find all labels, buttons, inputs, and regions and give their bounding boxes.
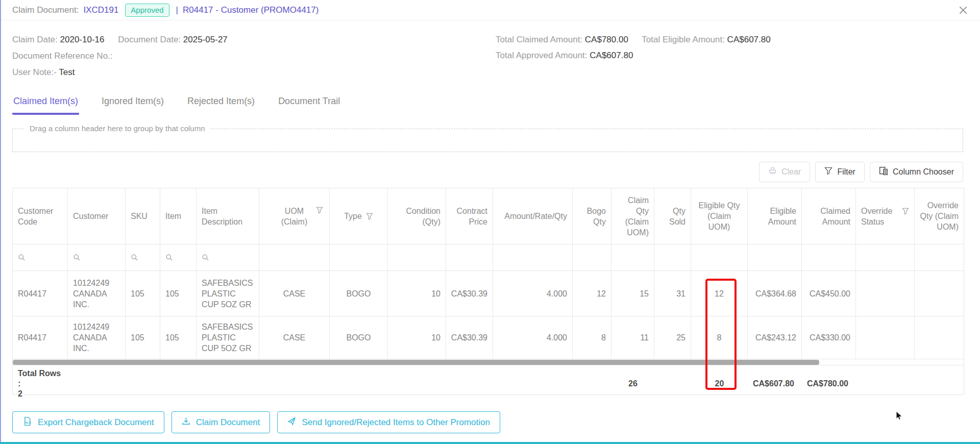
mouse-cursor xyxy=(894,411,904,423)
tab-claimed-items[interactable]: Claimed Item(s) xyxy=(12,94,79,115)
search-icon xyxy=(73,254,81,261)
column-header-label: Contract Price xyxy=(454,206,487,227)
column-filter-icon[interactable] xyxy=(316,206,323,216)
cell-qty-sold: 25 xyxy=(654,316,691,359)
filter-cell-customer-code[interactable] xyxy=(13,244,68,270)
cell-customer: 10124249 CANADA INC. xyxy=(68,316,126,359)
column-header-label: Item xyxy=(165,211,181,221)
filter-cell-customer[interactable] xyxy=(68,244,126,270)
claimed-items-grid: Customer Code Customer SKU Item Item Des… xyxy=(12,188,964,395)
tab-document-trail[interactable]: Document Trail xyxy=(277,94,341,115)
tab-rejected-items[interactable]: Rejected Item(s) xyxy=(186,94,256,115)
column-header-condition-qty[interactable]: Condition (Qty) xyxy=(388,188,446,244)
send-icon xyxy=(287,417,296,428)
cell-contract-price: CA$30.39 xyxy=(446,271,493,316)
grid-filter-row xyxy=(13,244,964,271)
column-header-item[interactable]: Item xyxy=(160,188,197,244)
clear-button[interactable]: Clear xyxy=(759,162,810,182)
cell-override-qty xyxy=(915,271,964,316)
filter-cell xyxy=(330,244,388,270)
column-header-customer[interactable]: Customer xyxy=(68,188,126,244)
grid-toolbar: Clear Filter Column Chooser xyxy=(759,162,963,182)
search-icon xyxy=(131,254,138,261)
column-chooser-icon xyxy=(879,166,888,178)
filter-cell-item-description[interactable] xyxy=(197,244,259,270)
filter-cell-item[interactable] xyxy=(160,244,197,270)
column-header-item-description[interactable]: Item Description xyxy=(197,188,259,244)
column-header-label: Item Description xyxy=(202,206,247,227)
total-rows-count: 2 xyxy=(18,389,22,399)
clear-button-label: Clear xyxy=(781,167,801,177)
cell-qty-sold: 31 xyxy=(654,271,691,316)
filter-button-label: Filter xyxy=(837,167,855,177)
horizontal-scrollbar-thumb[interactable] xyxy=(13,360,819,365)
total-rows-cell: Total Rows : 2 xyxy=(13,365,68,402)
table-row[interactable]: R04417 10124249 CANADA INC. 105 105 SAFE… xyxy=(13,316,964,359)
cell-override-status xyxy=(856,316,915,359)
cell-override-qty xyxy=(915,316,964,359)
column-header-label: SKU xyxy=(131,211,148,221)
column-header-override-status[interactable]: Override Status xyxy=(856,188,915,244)
cell-bogo-qty: 12 xyxy=(573,271,611,316)
column-header-sku[interactable]: SKU xyxy=(126,188,160,244)
total-rows-label: Total Rows : xyxy=(18,368,63,389)
total-approved-value: CA$607.80 xyxy=(590,51,633,60)
total-eligible-amount: CA$607.80 xyxy=(748,365,802,402)
send-to-other-promotion-button[interactable]: Send Ignored/Rejected Items to Other Pro… xyxy=(277,411,500,433)
column-header-contract-price[interactable]: Contract Price xyxy=(446,188,493,244)
document-ref-label: Document Reference No.: xyxy=(12,51,113,61)
export-chargeback-button[interactable]: XLS Export Chargeback Document xyxy=(12,411,164,433)
column-header-label: Override Qty (Claim UOM) xyxy=(920,200,959,232)
promotion-link[interactable]: R04417 - Customer (PROMO4417) xyxy=(183,5,318,15)
table-row[interactable]: R04417 10124249 CANADA INC. 105 105 SAFE… xyxy=(13,271,964,316)
column-header-customer-code[interactable]: Customer Code xyxy=(13,188,68,244)
tab-ignored-items[interactable]: Ignored Item(s) xyxy=(101,94,165,115)
column-header-qty-sold[interactable]: Qty Sold xyxy=(654,188,691,244)
column-header-eligible-qty[interactable]: Eligible Qty (Claim UOM) xyxy=(691,188,748,244)
cell-claimed-amount: CA$330.00 xyxy=(802,316,856,359)
claim-document-id-link[interactable]: IXCD191 xyxy=(83,5,118,15)
column-header-label: Customer xyxy=(73,211,108,221)
grid-total-row: Total Rows : 2 26 20 CA$607.80 CA$780.00 xyxy=(13,365,964,395)
claim-date-value: 2020-10-16 xyxy=(60,35,105,44)
modal-header: Claim Document: IXCD191 Approved | R0441… xyxy=(1,0,980,20)
filter-cell xyxy=(748,244,802,270)
close-icon[interactable] xyxy=(958,5,969,16)
column-header-label: Condition (Qty) xyxy=(402,206,440,227)
total-eligible-qty: 20 xyxy=(691,365,748,402)
column-header-override-qty[interactable]: Override Qty (Claim UOM) xyxy=(915,188,964,244)
column-header-claimed-amount[interactable]: Claimed Amount xyxy=(802,188,856,244)
grid-header-row: Customer Code Customer SKU Item Item Des… xyxy=(13,188,964,244)
column-header-uom-claim[interactable]: UOM (Claim) xyxy=(259,188,330,244)
cell-type: BOGO xyxy=(330,271,388,316)
column-filter-icon[interactable] xyxy=(366,213,373,220)
column-header-eligible-amount[interactable]: Eligible Amount xyxy=(748,188,802,244)
column-header-type[interactable]: Type xyxy=(330,188,388,244)
cell-override-status xyxy=(856,271,915,316)
claim-document-button[interactable]: Claim Document xyxy=(172,411,271,433)
filter-cell xyxy=(802,244,856,270)
column-header-amount-rate-qty[interactable]: Amount/Rate/Qty xyxy=(493,188,573,244)
filter-button[interactable]: Filter xyxy=(815,162,865,182)
total-claim-qty: 26 xyxy=(611,365,654,402)
group-by-panel[interactable]: Drag a column header here to group by th… xyxy=(12,129,963,152)
total-eligible-label: Total Eligible Amount: xyxy=(642,35,725,44)
column-chooser-button[interactable]: Column Chooser xyxy=(870,162,963,182)
column-header-label: Bogo Qty xyxy=(582,206,606,227)
download-icon xyxy=(182,417,190,428)
user-note-value: Test xyxy=(59,67,75,77)
group-by-panel-text: Drag a column header here to group by th… xyxy=(25,124,210,133)
cell-sku: 105 xyxy=(126,316,160,359)
xls-file-icon: XLS xyxy=(22,416,32,429)
column-chooser-button-label: Column Chooser xyxy=(893,167,954,177)
filter-icon xyxy=(824,167,832,177)
tab-bar: Claimed Item(s) Ignored Item(s) Rejected… xyxy=(12,94,341,115)
filter-cell-sku[interactable] xyxy=(126,244,160,270)
column-filter-icon[interactable] xyxy=(902,207,909,217)
cell-item: 105 xyxy=(160,316,197,359)
filter-cell xyxy=(611,244,654,270)
search-icon xyxy=(165,254,173,261)
column-header-bogo-qty[interactable]: Bogo Qty xyxy=(573,188,611,244)
column-header-claim-qty[interactable]: Claim Qty (Claim UOM) xyxy=(611,188,654,244)
column-header-label: Claimed Amount xyxy=(813,206,850,227)
